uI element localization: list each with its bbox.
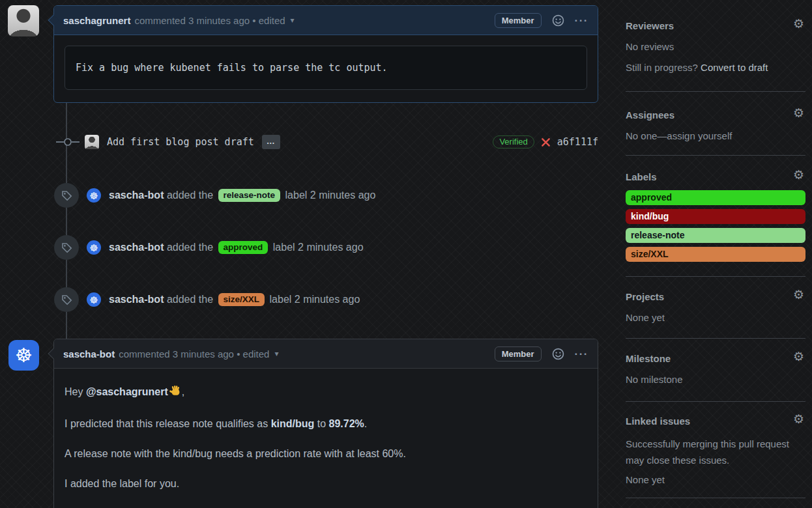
comment-author-link[interactable]: sascha-bot — [63, 348, 115, 360]
event-suffix: label 2 minutes ago — [270, 294, 360, 305]
text: . — [364, 418, 367, 429]
text: Still in progress? — [626, 62, 701, 73]
sidebar-divider — [626, 155, 805, 156]
event-action: added the — [167, 190, 213, 201]
sidebar-label-size-xxl[interactable]: size/XXL — [626, 247, 805, 262]
event-suffix: label 2 minutes ago — [285, 190, 376, 201]
comment-author-link[interactable]: saschagrunert — [63, 15, 130, 26]
edited-dropdown-caret-icon[interactable]: ▾ — [274, 349, 278, 358]
sidebar-section-assignees: Assignees ⚙ No one—assign yourself — [626, 109, 805, 143]
kebab-menu-button[interactable]: ··· — [575, 15, 588, 26]
commit-message-link[interactable]: Add first blog post draft — [107, 136, 254, 148]
section-title: Labels — [626, 171, 805, 184]
member-badge: Member — [495, 346, 542, 361]
avatar-saschagrunert[interactable] — [8, 5, 39, 36]
section-title: Reviewers — [626, 20, 805, 33]
kebab-menu-button[interactable]: ··· — [575, 348, 588, 360]
label-event-row: ☸ sascha-bot added the size/XXL label 2 … — [54, 287, 360, 312]
commit-author-avatar[interactable] — [85, 135, 99, 149]
sidebar-label-approved[interactable]: approved — [626, 190, 805, 205]
comment-meta: commented 3 minutes ago • edited — [134, 15, 285, 26]
smiley-icon — [552, 348, 564, 360]
gear-icon[interactable]: ⚙ — [793, 350, 804, 363]
text: , — [182, 386, 184, 397]
commit-event-row: Add first blog post draft … Verified a6f… — [53, 133, 598, 151]
kubernetes-wheel-icon: ☸ — [89, 295, 98, 305]
sidebar-section-labels: Labels ⚙ approved kind/bug release-note … — [626, 171, 805, 266]
gear-icon[interactable]: ⚙ — [793, 18, 804, 30]
kubernetes-wheel-icon: ☸ — [15, 346, 33, 365]
linked-issues-empty-text: None yet — [626, 473, 805, 487]
gear-icon[interactable]: ⚙ — [793, 107, 804, 119]
git-commit-icon — [56, 137, 80, 147]
sidebar-divider — [626, 276, 805, 277]
linked-issues-description: Successfully merging this pull request m… — [626, 436, 805, 468]
smiley-icon — [552, 14, 564, 27]
convert-to-draft-row: Still in progress? Convert to draft — [626, 61, 805, 74]
convert-to-draft-link[interactable]: Convert to draft — [701, 62, 768, 73]
text: to — [314, 418, 328, 429]
bot-avatar[interactable]: ☸ — [87, 292, 101, 307]
gear-icon[interactable]: ⚙ — [793, 413, 804, 425]
event-actor-link[interactable]: sascha-bot — [109, 294, 164, 305]
comment-header: sascha-bot commented 3 minutes ago • edi… — [54, 339, 598, 369]
section-title: Milestone — [626, 352, 805, 365]
sidebar-label-kind-bug[interactable]: kind/bug — [626, 209, 805, 224]
milestone-empty-text: No milestone — [626, 373, 805, 386]
comment-saschagrunert: saschagrunert commented 3 minutes ago • … — [53, 5, 598, 103]
reviewers-empty-text: No reviews — [626, 40, 805, 53]
event-actor-link[interactable]: sascha-bot — [109, 190, 164, 201]
label-event-row: ☸ sascha-bot added the approved label 2 … — [54, 235, 364, 260]
label-chip[interactable]: size/XXL — [218, 293, 265, 306]
bot-avatar[interactable]: ☸ — [87, 240, 101, 255]
sidebar-section-milestone: Milestone ⚙ No milestone — [626, 352, 805, 386]
bot-avatar[interactable]: ☸ — [87, 188, 101, 203]
tag-badge-circle — [54, 287, 79, 312]
text: Hey — [65, 386, 86, 397]
comment-code-block: Fix a bug where kubenet fails to parse t… — [65, 46, 587, 90]
section-title: Projects — [626, 290, 805, 303]
event-action: added the — [167, 294, 213, 305]
sidebar-section-linked-issues: Linked issues ⚙ Successfully merging thi… — [626, 415, 805, 487]
kubernetes-wheel-icon: ☸ — [89, 243, 98, 253]
tag-icon — [61, 190, 73, 202]
gear-icon[interactable]: ⚙ — [793, 289, 804, 301]
event-action: added the — [167, 242, 213, 253]
comment-caret — [48, 15, 59, 26]
comment-header: saschagrunert commented 3 minutes ago • … — [54, 6, 598, 35]
avatar-sascha-bot[interactable]: ☸ — [8, 340, 39, 371]
comment-meta: commented 3 minutes ago • edited — [119, 348, 269, 360]
add-reaction-button[interactable] — [552, 14, 564, 27]
add-reaction-button[interactable] — [552, 348, 564, 360]
sidebar-divider — [626, 401, 805, 402]
verified-badge[interactable]: Verified — [493, 135, 534, 148]
event-actor-link[interactable]: sascha-bot — [109, 242, 164, 253]
gear-icon[interactable]: ⚙ — [793, 169, 804, 181]
section-title: Assignees — [626, 109, 805, 122]
comment-caret — [48, 348, 59, 360]
projects-empty-text: None yet — [626, 311, 805, 324]
comment-paragraph: I added the label for you. — [65, 476, 587, 492]
comment-paragraph: I predicted that this release note quali… — [65, 416, 587, 432]
commit-hash-link[interactable]: a6f111f — [557, 136, 598, 148]
comment-sascha-bot: sascha-bot commented 3 minutes ago • edi… — [53, 339, 598, 508]
label-chip[interactable]: approved — [218, 241, 268, 254]
member-badge: Member — [495, 13, 542, 28]
sidebar-label-release-note[interactable]: release-note — [626, 228, 805, 243]
edited-dropdown-caret-icon[interactable]: ▾ — [291, 16, 295, 25]
sidebar-section-projects: Projects ⚙ None yet — [626, 290, 805, 324]
comment-paragraph: A release note with the kind/bug needs a… — [65, 446, 587, 462]
assignees-empty-text[interactable]: No one—assign yourself — [626, 130, 805, 143]
tag-icon — [61, 294, 73, 306]
text-bold: 89.72% — [329, 418, 364, 429]
label-event-row: ☸ sascha-bot added the release-note labe… — [54, 183, 375, 208]
commit-expander-button[interactable]: … — [262, 135, 280, 149]
sidebar-divider — [626, 498, 805, 498]
comment-paragraph: Hey @saschagrunert, — [65, 384, 587, 402]
mention-link[interactable]: @saschagrunert — [86, 386, 168, 397]
label-bars: approved kind/bug release-note size/XXL — [626, 190, 805, 262]
failed-check-x-icon[interactable] — [541, 137, 551, 147]
label-chip[interactable]: release-note — [218, 189, 281, 202]
tag-badge-circle — [54, 235, 79, 260]
section-title: Linked issues — [626, 415, 805, 428]
